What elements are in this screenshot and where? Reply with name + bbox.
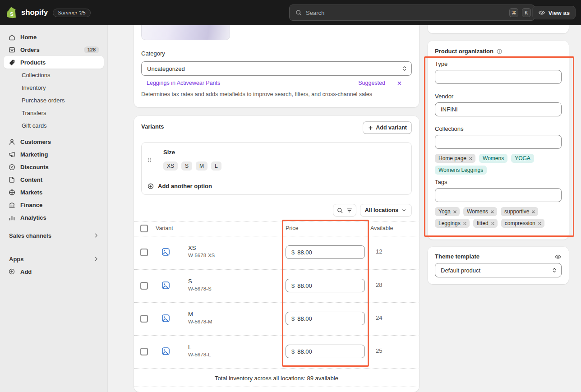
product-image-thumbnail[interactable] <box>141 25 230 40</box>
kbd-command-key: ⌘ <box>509 8 518 17</box>
remove-chip-icon[interactable] <box>463 221 467 226</box>
sidebar-item-products[interactable]: Products <box>4 56 104 69</box>
option-value-chip[interactable]: S <box>181 161 192 171</box>
chevron-right-icon <box>93 256 99 262</box>
customers-icon <box>8 138 16 146</box>
eye-icon[interactable] <box>554 253 562 260</box>
currency-prefix: $ <box>291 348 295 355</box>
sidebar-item-transfers[interactable]: Transfers <box>4 106 104 119</box>
tag-chip-compression[interactable]: compression <box>501 219 544 228</box>
view-as-label: View as <box>549 9 570 16</box>
option-value-chip[interactable]: L <box>211 161 221 171</box>
collection-badge-womens-leggings[interactable]: Womens Leggings <box>435 166 487 175</box>
variant-media-icon[interactable] <box>161 247 171 257</box>
variant-media-icon[interactable] <box>161 314 171 323</box>
sidebar-item-home[interactable]: Home <box>4 31 104 43</box>
variant-row-s[interactable]: SW-5678-S $ 28 <box>134 269 419 302</box>
drag-handle-icon[interactable] <box>146 157 153 163</box>
sidebar-item-label: Discounts <box>20 164 49 171</box>
theme-template-card: Theme template Default product <box>428 247 569 284</box>
currency-prefix: $ <box>291 315 295 322</box>
brand-home-link[interactable]: S shopify Summer '25 <box>6 0 91 25</box>
tag-chip-leggings[interactable]: Leggings <box>435 219 470 228</box>
price-input[interactable]: $ <box>286 345 365 358</box>
remove-chip-icon[interactable] <box>453 210 457 214</box>
row-checkbox[interactable] <box>140 348 148 355</box>
tag-chip-supportive[interactable]: supportive <box>501 207 538 216</box>
currency-prefix: $ <box>291 249 295 256</box>
remove-chip-icon[interactable] <box>491 221 495 226</box>
sidebar-item-gift-cards[interactable]: Gift cards <box>4 119 104 132</box>
collection-badge-yoga[interactable]: YOGA <box>511 154 534 163</box>
sidebar-item-analytics[interactable]: Analytics <box>4 211 104 224</box>
sidebar-item-discounts[interactable]: Discounts <box>4 161 104 173</box>
sidebar-item-inventory[interactable]: Inventory <box>4 81 104 94</box>
orders-count-badge: 128 <box>84 46 99 53</box>
location-filter-button[interactable]: All locations <box>360 204 412 217</box>
view-as-button[interactable]: View as <box>532 6 576 19</box>
select-all-checkbox[interactable] <box>140 225 148 232</box>
variant-media-icon[interactable] <box>161 281 171 290</box>
price-value-input[interactable] <box>297 282 359 289</box>
remove-chip-icon[interactable] <box>538 221 542 226</box>
option-value-chip[interactable]: M <box>196 161 208 171</box>
tag-chip-womens[interactable]: Womens <box>463 207 497 216</box>
sidebar-item-label: Markets <box>20 189 42 196</box>
category-select[interactable]: Uncategorized <box>141 61 412 76</box>
search-input[interactable] <box>306 9 506 16</box>
collections-input[interactable] <box>435 135 562 149</box>
price-value-input[interactable] <box>297 348 359 355</box>
global-search[interactable]: ⌘ K <box>289 5 535 21</box>
price-input[interactable]: $ <box>286 245 365 259</box>
vendor-input[interactable] <box>435 102 562 116</box>
select-caret-icon <box>401 65 408 72</box>
sidebar-section-apps[interactable]: Apps <box>4 253 104 265</box>
search-icon <box>337 207 343 214</box>
tags-input[interactable] <box>435 188 562 202</box>
sidebar-item-purchase-orders[interactable]: Purchase orders <box>4 94 104 106</box>
collections-label: Collections <box>435 125 464 132</box>
dismiss-suggestion-icon[interactable] <box>397 81 402 86</box>
variant-row-xs[interactable]: XSW-5678-XS $ 12 <box>134 236 419 269</box>
home-icon <box>8 33 16 41</box>
chevron-down-icon <box>401 208 407 213</box>
sidebar-item-markets[interactable]: Markets <box>4 186 104 198</box>
sidebar-item-add-app[interactable]: Add <box>4 265 104 278</box>
row-checkbox[interactable] <box>140 282 148 290</box>
add-variant-button[interactable]: Add variant <box>363 121 412 134</box>
remove-chip-icon[interactable] <box>469 157 473 161</box>
type-input[interactable] <box>435 70 562 84</box>
remove-chip-icon[interactable] <box>490 210 494 214</box>
sidebar-section-sales-channels[interactable]: Sales channels <box>4 229 104 242</box>
tag-chip-yoga[interactable]: Yoga <box>435 207 460 216</box>
option-name[interactable]: Size <box>163 149 175 156</box>
option-value-chip[interactable]: XS <box>163 161 178 171</box>
sidebar-item-orders[interactable]: Orders 128 <box>4 43 104 56</box>
vendor-label: Vendor <box>435 93 453 100</box>
row-checkbox[interactable] <box>140 315 148 323</box>
variant-row-m[interactable]: MW-5678-M $ 24 <box>134 302 419 335</box>
remove-chip-icon[interactable] <box>531 210 535 214</box>
variant-media-icon[interactable] <box>161 346 171 356</box>
sidebar-item-collections[interactable]: Collections <box>4 69 104 81</box>
price-value-input[interactable] <box>297 315 359 322</box>
collection-badge-womens[interactable]: Womens <box>479 154 507 163</box>
variant-row-l[interactable]: LW-5678-L $ 25 <box>134 335 419 368</box>
collection-chip-home-page[interactable]: Home page <box>435 154 475 163</box>
sidebar-item-marketing[interactable]: Marketing <box>4 148 104 161</box>
price-input[interactable]: $ <box>286 279 365 292</box>
total-inventory-text: Total inventory across all locations: 89… <box>134 375 419 382</box>
theme-template-select[interactable]: Default product <box>435 263 562 277</box>
sidebar-item-content[interactable]: Content <box>4 173 104 186</box>
add-another-option-button[interactable]: Add another option <box>142 178 411 194</box>
row-checkbox[interactable] <box>140 249 148 256</box>
price-value-input[interactable] <box>297 249 359 256</box>
search-and-filter-button[interactable] <box>333 204 356 217</box>
price-input[interactable]: $ <box>286 312 365 325</box>
info-icon[interactable] <box>496 48 503 55</box>
category-suggestion-link[interactable]: Leggings in Activewear Pants <box>147 80 220 86</box>
sidebar-item-finance[interactable]: Finance <box>4 198 104 211</box>
sidebar-item-customers[interactable]: Customers <box>4 135 104 148</box>
shopify-admin-page: S shopify Summer '25 ⌘ K View as Home Or… <box>0 0 581 392</box>
tag-chip-fitted[interactable]: fitted <box>473 219 498 228</box>
